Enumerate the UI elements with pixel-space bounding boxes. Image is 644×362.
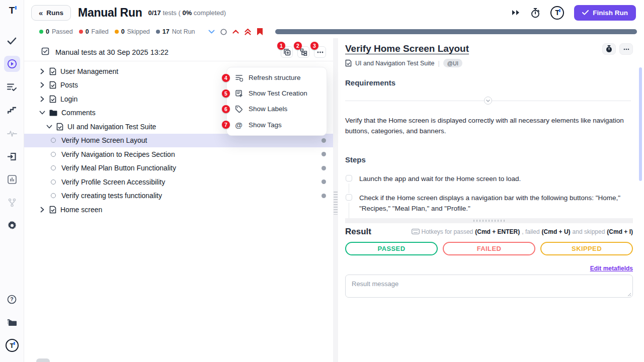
test-notrun-dot-icon[interactable] (321, 138, 326, 143)
test-status-circle-icon (51, 138, 56, 143)
requirements-text: Verify that the Home screen is displayed… (345, 116, 627, 137)
menu-item-show-tags[interactable]: 7 @ Show Tags (227, 117, 327, 133)
chevron-right-icon[interactable] (39, 96, 45, 102)
failed-dot-icon (79, 30, 83, 34)
list-plus-icon (234, 89, 243, 98)
user-avatar[interactable]: T (4, 337, 20, 353)
gear-icon (7, 221, 17, 231)
chevron-right-icon[interactable] (39, 207, 45, 213)
chevron-down-icon[interactable] (46, 125, 52, 129)
step-connector (349, 203, 349, 218)
step-checkbox[interactable] (346, 175, 352, 182)
menu-item-label: Show Labels (249, 105, 287, 113)
passed-button[interactable]: PASSED (345, 242, 438, 255)
timer-button[interactable] (530, 8, 540, 18)
panel-resize-handle[interactable] (333, 38, 338, 362)
jump-prev-failed-button[interactable] (232, 30, 239, 34)
tree-item-label: Posts (60, 81, 78, 89)
sidebar-item-settings[interactable] (4, 218, 20, 234)
suite-file-icon (345, 59, 352, 67)
edit-metafields-link[interactable]: Edit metafields (590, 265, 633, 272)
at-icon: @ (234, 121, 243, 129)
sidebar-item-import[interactable] (4, 148, 20, 164)
bar-chart-icon (8, 175, 17, 184)
passed-dot-icon (39, 30, 43, 34)
menu-item-show-labels[interactable]: 6 Show Labels (227, 101, 327, 117)
menu-item-refresh-structure[interactable]: 4 Refresh structure (227, 70, 327, 85)
vertical-scrollbar[interactable] (639, 67, 642, 181)
git-branch-icon (8, 198, 16, 207)
play-circle-icon (7, 59, 17, 69)
chevron-right-icon[interactable] (39, 68, 45, 74)
skipped-button[interactable]: SKIPPED (540, 242, 633, 255)
tree-item-label: UI and Navigation Test Suite (67, 123, 156, 131)
suite-file-icon (49, 206, 56, 214)
collapse-section-button[interactable] (484, 97, 492, 105)
test-notrun-dot-icon[interactable] (321, 179, 326, 184)
tree-item-label: User Management (60, 67, 118, 75)
tree-suite-home-screen[interactable]: Home screen (24, 203, 333, 217)
expand-statuses-button[interactable] (208, 30, 215, 34)
sidebar-item-tests[interactable] (4, 33, 20, 49)
tree-item-label: Login (60, 95, 77, 103)
back-to-runs-button[interactable]: « Runs (31, 5, 71, 21)
sidebar-item-plans[interactable] (4, 79, 20, 95)
menu-item-label: Show Tags (249, 121, 282, 129)
step-checkbox[interactable] (346, 194, 352, 201)
svg-text:?: ? (10, 296, 13, 302)
tree-test-verify-navigation-recipes[interactable]: Verify Navigation to Recipes Section (24, 147, 333, 161)
test-title[interactable]: Verify Home Screen Layout (345, 43, 469, 54)
bottom-hint-pill[interactable] (36, 358, 50, 362)
activity-icon (7, 130, 17, 137)
bookmark-failed-button[interactable] (257, 28, 263, 36)
test-notrun-dot-icon[interactable] (321, 194, 326, 198)
test-notrun-dot-icon[interactable] (321, 152, 326, 156)
status-circle-button[interactable] (220, 29, 227, 35)
chevron-down-icon[interactable] (39, 111, 45, 115)
tree-test-verify-creating-tests[interactable]: Verify creating tests functionality (24, 189, 333, 203)
test-suite-breadcrumb[interactable]: UI and Navigation Test Suite (355, 60, 435, 67)
docs-button[interactable] (4, 314, 20, 330)
sidebar-item-steps[interactable] (4, 102, 20, 118)
back-to-runs-label: Runs (46, 9, 63, 17)
app-logo[interactable]: T (9, 5, 15, 16)
annotation-badge-1: 1 (277, 42, 285, 50)
duplicate-tests-button[interactable]: 1 (281, 46, 293, 58)
test-more-button[interactable] (619, 43, 633, 55)
test-tag-badge[interactable]: @UI (443, 59, 462, 67)
menu-item-show-test-creation[interactable]: 5 Show Test Creation (227, 85, 327, 101)
chevron-right-icon[interactable] (39, 82, 45, 88)
tag-icon (234, 105, 243, 113)
tree-structure-button[interactable]: 2 (297, 46, 309, 58)
step-text: Check if the Home screen displays a navi… (359, 193, 631, 218)
finish-run-button[interactable]: Finish Run (574, 5, 636, 21)
workspace-logo[interactable]: T (550, 6, 564, 20)
test-timer-button[interactable] (602, 43, 616, 55)
sidebar-item-runs[interactable] (4, 56, 20, 72)
sidebar-item-analytics[interactable] (4, 171, 20, 188)
run-title: Manual tests at 30 Sep 2025 13:22 (55, 48, 169, 56)
tree-test-verify-meal-plan[interactable]: Verify Meal Plan Button Functionality (24, 161, 333, 175)
tree-test-verify-profile[interactable]: Verify Profile Screen Accessibility (24, 175, 333, 189)
sidebar-item-pulse[interactable] (4, 125, 20, 141)
result-resize-handle[interactable] (345, 218, 633, 223)
fast-forward-button[interactable] (512, 10, 520, 16)
suite-file-icon (49, 81, 56, 89)
test-notrun-dot-icon[interactable] (321, 166, 326, 170)
jump-top-failed-button[interactable] (245, 29, 251, 35)
tree-item-label: Home screen (60, 206, 102, 214)
steps-heading: Steps (345, 155, 631, 164)
ellipsis-icon (317, 51, 324, 53)
ellipsis-icon (623, 48, 629, 50)
failed-button[interactable]: FAILED (443, 242, 535, 255)
test-detail-panel: Verify Home Screen Layout UI and Navigat… (338, 38, 644, 362)
result-message-input[interactable] (345, 275, 633, 298)
sidebar-item-branches[interactable] (4, 195, 20, 211)
step-row: Launch the app and wait for the Home scr… (345, 174, 631, 193)
bookmark-icon (257, 28, 263, 36)
tree-item-label: Verify Navigation to Recipes Section (61, 150, 175, 158)
test-status-circle-icon (51, 165, 56, 170)
resize-corner-icon[interactable] (627, 293, 631, 297)
help-button[interactable]: ? (4, 291, 20, 307)
tree-more-button[interactable]: 3 (314, 46, 326, 58)
